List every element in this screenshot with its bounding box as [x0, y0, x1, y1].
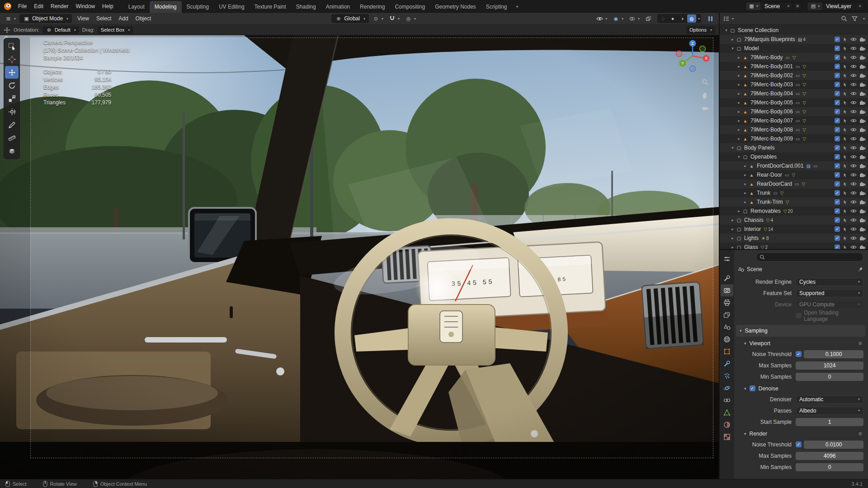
panel-menu-icon[interactable]: ≡	[859, 431, 862, 437]
outliner-row[interactable]: ▾▢Body Panels ✓	[720, 143, 868, 152]
outliner-row[interactable]: ▸▢Glass▽2 ✓	[720, 243, 868, 249]
disable-in-renders-toggle[interactable]	[859, 200, 866, 205]
navigation-gizmo[interactable]: Z Y X	[675, 38, 711, 74]
selectable-toggle[interactable]	[843, 127, 848, 132]
exclude-checkbox[interactable]: ✓	[835, 181, 840, 187]
hide-in-viewport-toggle[interactable]	[850, 155, 857, 159]
checkbox[interactable]	[796, 313, 802, 319]
properties-editor-type-button[interactable]	[721, 253, 733, 265]
hide-in-viewport-toggle[interactable]	[850, 236, 857, 240]
checkbox[interactable]: ✓	[796, 441, 802, 447]
panel-sampling[interactable]: ▾Sampling	[736, 325, 865, 337]
selectable-toggle[interactable]	[843, 182, 848, 187]
workspace-tab[interactable]: Geometry Nodes	[430, 1, 481, 13]
expand-arrow[interactable]: ▸	[736, 91, 742, 96]
disable-in-renders-toggle[interactable]	[859, 37, 866, 42]
browse-scene-button[interactable]: ▦▾	[746, 2, 760, 10]
hide-in-viewport-toggle[interactable]	[850, 118, 857, 123]
expand-arrow[interactable]: ▸	[736, 209, 742, 213]
disable-in-renders-toggle[interactable]	[859, 109, 866, 114]
expand-arrow[interactable]: ▾	[730, 145, 736, 150]
menu-item[interactable]: Window	[72, 2, 99, 11]
outliner-row[interactable]: ▸▲79Merc-Body.004▭▽ ✓	[720, 89, 868, 98]
outliner-row[interactable]: ▸▲79Merc-Body.005▭▽ ✓	[720, 98, 868, 107]
exclude-checkbox[interactable]: ✓	[835, 73, 840, 78]
blender-logo-icon[interactable]	[4, 2, 12, 10]
workspace-tab[interactable]: Compositing	[390, 1, 430, 13]
exclude-checkbox[interactable]: ✓	[835, 172, 840, 178]
tab-physics[interactable]	[721, 382, 733, 394]
selectable-toggle[interactable]	[843, 209, 848, 214]
hide-in-viewport-toggle[interactable]	[850, 191, 857, 195]
panel-menu-icon[interactable]: ≡	[859, 340, 862, 347]
outliner-row[interactable]: ▸▢79Marquis Blueprints▤4 ✓	[720, 35, 868, 44]
exclude-checkbox[interactable]: ✓	[835, 64, 840, 69]
tab-output[interactable]	[721, 296, 733, 309]
expand-arrow[interactable]: ▸	[736, 55, 742, 60]
outliner-row[interactable]: ▸▲79Merc-Body.003▭▽ ✓	[720, 80, 868, 89]
max-samples-field[interactable]: 4096	[796, 452, 863, 460]
selectable-toggle[interactable]	[843, 91, 848, 96]
outliner-editor-type-button[interactable]: ▾	[723, 15, 734, 22]
expand-arrow[interactable]: ▸	[736, 127, 742, 132]
viewport-menu-item[interactable]: Object	[132, 14, 155, 23]
workspace-tab[interactable]: Texture Paint	[250, 1, 291, 13]
shading-solid-button[interactable]: ●	[668, 14, 677, 23]
workspace-tab[interactable]: Modeling	[150, 1, 182, 13]
disable-in-renders-toggle[interactable]	[859, 155, 866, 160]
move-tool[interactable]	[5, 66, 19, 79]
hide-in-viewport-toggle[interactable]	[850, 109, 857, 114]
exclude-checkbox[interactable]: ✓	[835, 199, 840, 205]
viewport-menu-item[interactable]: View	[74, 14, 93, 23]
workspace-tab[interactable]: Layout	[123, 1, 150, 13]
hide-in-viewport-toggle[interactable]	[850, 209, 857, 213]
exclude-checkbox[interactable]: ✓	[835, 118, 840, 123]
max-samples-field[interactable]: 1024	[796, 361, 863, 370]
selectable-toggle[interactable]	[843, 236, 848, 241]
disable-in-renders-toggle[interactable]	[859, 64, 866, 69]
selectable-toggle[interactable]	[843, 73, 848, 78]
checkbox[interactable]: ✓	[750, 385, 755, 391]
disable-in-renders-toggle[interactable]	[859, 73, 866, 78]
viewport-menu-item[interactable]: Add	[115, 14, 132, 23]
render-engine-dropdown[interactable]: Cycles▾	[796, 278, 863, 286]
hide-in-viewport-toggle[interactable]	[850, 136, 857, 141]
exclude-checkbox[interactable]: ✓	[835, 37, 840, 42]
exclude-checkbox[interactable]: ✓	[835, 55, 840, 60]
cursor-tool[interactable]	[5, 53, 19, 66]
disable-in-renders-toggle[interactable]	[859, 164, 866, 169]
subpanel-render[interactable]: ▾Render≡	[738, 428, 863, 439]
disable-in-renders-toggle[interactable]	[859, 46, 866, 51]
workspace-tab[interactable]: Shading	[291, 1, 321, 13]
exclude-checkbox[interactable]: ✓	[835, 163, 840, 169]
pivot-point-dropdown[interactable]: ⊙▾	[371, 14, 385, 23]
noise-threshold-field[interactable]: 0.1000	[804, 350, 863, 358]
orientation-dropdown[interactable]: ⊕Global▾	[331, 14, 369, 23]
selectable-toggle[interactable]	[843, 100, 848, 105]
exclude-checkbox[interactable]: ✓	[835, 136, 840, 141]
selectable-toggle[interactable]	[843, 136, 848, 141]
expand-arrow[interactable]: ▸	[742, 173, 748, 177]
exclude-checkbox[interactable]: ✓	[835, 208, 840, 214]
disable-in-renders-toggle[interactable]	[859, 182, 866, 187]
expand-arrow[interactable]: ▸	[742, 182, 748, 186]
disable-in-renders-toggle[interactable]	[859, 127, 866, 132]
mode-dropdown[interactable]: ▣Object Mode▾	[19, 14, 72, 23]
outliner-row[interactable]: ▸▢Chassis▽4 ✓	[720, 216, 868, 225]
hide-in-viewport-toggle[interactable]	[850, 100, 857, 105]
selectable-toggle[interactable]	[843, 218, 848, 223]
pause-render-button[interactable]	[705, 14, 716, 23]
expand-arrow[interactable]: ▸	[736, 118, 742, 123]
outliner-row[interactable]: ▸▲Trunk▭▽ ✓	[720, 188, 868, 197]
selectable-toggle[interactable]	[843, 145, 848, 150]
tab-texture[interactable]	[721, 431, 733, 443]
disable-in-renders-toggle[interactable]	[859, 91, 866, 96]
hide-in-viewport-toggle[interactable]	[850, 145, 857, 150]
hide-in-viewport-toggle[interactable]	[850, 227, 857, 231]
outliner-row[interactable]: ▸▲79Merc-Body.008▭▽ ✓	[720, 125, 868, 134]
expand-arrow[interactable]: ▸	[730, 227, 736, 231]
add-cube-tool[interactable]	[5, 145, 19, 157]
expand-arrow[interactable]: ▸	[742, 200, 748, 204]
exclude-checkbox[interactable]: ✓	[835, 226, 840, 232]
passes-dropdown[interactable]: Albedo▾	[796, 407, 863, 415]
